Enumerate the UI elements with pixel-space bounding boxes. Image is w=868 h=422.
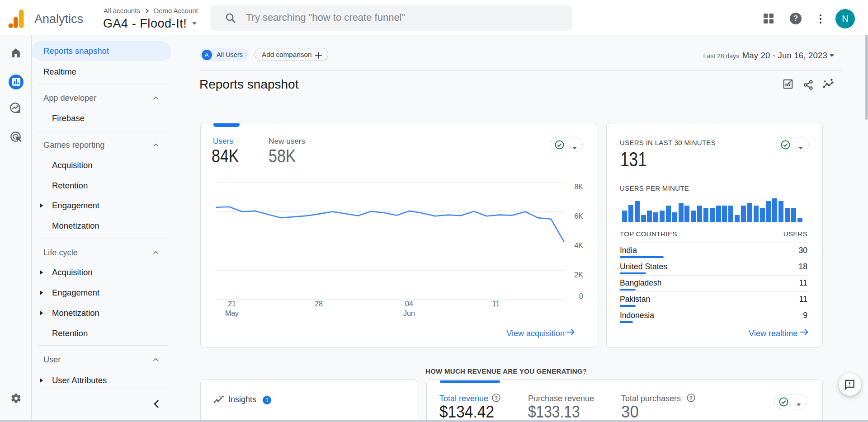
svg-text:?: ? (793, 14, 798, 23)
svg-text:?: ? (495, 395, 498, 400)
svg-text:?: ? (689, 395, 693, 400)
